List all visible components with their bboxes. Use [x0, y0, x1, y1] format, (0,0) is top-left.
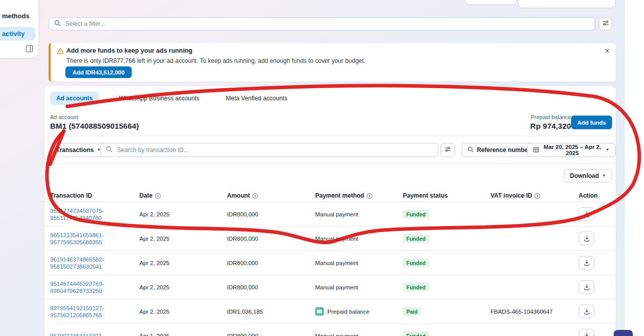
- global-filter-input[interactable]: [64, 20, 590, 28]
- transaction-id-link[interactable]: 9651213541659861-9577595305688355: [50, 232, 139, 246]
- transaction-filter-settings-button[interactable]: [440, 143, 455, 157]
- alert-body: There is only IDR877,766 left in your ad…: [66, 57, 365, 64]
- payment-method-cell: Manual payment: [315, 211, 403, 217]
- tab-ad-accounts[interactable]: Ad accounts: [50, 92, 99, 105]
- sliders-icon: [602, 19, 609, 28]
- table-header: Transaction ID Datei Amounti Payment met…: [45, 190, 616, 202]
- page-right-margin: [625, 0, 644, 336]
- transactions-dropdown-label: Transactions: [56, 146, 94, 154]
- low-funds-alert: Add more funds to keep your ads running …: [49, 43, 616, 82]
- close-icon[interactable]: ✕: [604, 47, 610, 55]
- sidebar: methods activity: [0, 0, 39, 58]
- download-invoice-button[interactable]: [579, 256, 594, 270]
- vat-cell: FBADS-465-104360647: [490, 309, 579, 315]
- ad-account-panel: Ad accounts WhatsApp Business accounts M…: [45, 86, 616, 336]
- date-cell: Apr 2, 2025: [139, 236, 227, 242]
- col-payment-method: Payment method: [315, 192, 364, 199]
- transactions-dropdown[interactable]: Transactions ▼: [50, 143, 107, 157]
- add-funds-button[interactable]: Add funds: [571, 116, 612, 129]
- date-cell: Apr 2, 2025: [139, 284, 227, 290]
- download-label: Download: [570, 172, 599, 179]
- date-cell: Apr 1, 2025: [139, 333, 227, 336]
- transaction-id-link[interactable]: 9551774734937075-9551177754940780: [50, 207, 139, 221]
- payment-method-cell: Manual payment: [315, 260, 403, 266]
- table-body: 9551774734937075-9551177754940780 Apr 2,…: [45, 202, 616, 336]
- info-icon[interactable]: i: [252, 193, 258, 199]
- col-amount: Amount: [227, 192, 250, 199]
- amount-cell: IDR800,000: [227, 211, 315, 217]
- table-row: 9551774734937075-9551177754940780 Apr 2,…: [45, 202, 616, 227]
- table-row: 9979554192159127-9575621205885765 Apr 2,…: [45, 300, 616, 324]
- download-invoice-button[interactable]: [579, 329, 594, 336]
- status-badge: Funded: [403, 283, 429, 291]
- transaction-id-link[interactable]: 9514574445323769-9980479628733250: [50, 280, 139, 294]
- amount-cell: IDR800,000: [227, 236, 315, 242]
- status-badge: Funded: [403, 331, 429, 336]
- download-invoice-button[interactable]: [579, 232, 594, 245]
- reference-number-button[interactable]: Reference number: [462, 143, 536, 157]
- divider: [45, 136, 616, 136]
- top-cutoff-button-2[interactable]: [518, 0, 616, 8]
- ad-account-name: BM1 (574088509015664): [50, 122, 139, 130]
- search-icon: [54, 19, 61, 28]
- col-date: Date: [139, 192, 153, 199]
- sidebar-item-payment-activity[interactable]: activity: [0, 27, 35, 41]
- transaction-search-wrap: [100, 143, 438, 157]
- reference-number-label: Reference number: [477, 146, 530, 154]
- info-icon[interactable]: i: [535, 193, 540, 199]
- download-invoice-button[interactable]: [579, 280, 594, 294]
- payment-method-cell: Manual payment: [315, 236, 403, 242]
- info-icon[interactable]: i: [367, 193, 372, 199]
- date-range-picker[interactable]: Mar 20, 2025 – Apr 2, 2025 ▼: [527, 143, 616, 157]
- chevron-down-icon: ▼: [602, 174, 606, 178]
- amount-cell: IDR800,000: [227, 333, 315, 336]
- date-cell: Apr 2, 2025: [139, 260, 227, 266]
- amount-cell: IDR1,036,185: [227, 309, 315, 315]
- top-cutoff-button-1[interactable]: [465, 0, 517, 5]
- col-payment-status: Payment status: [403, 192, 448, 199]
- prepaid-balance-value: Rp 974,320: [531, 122, 571, 130]
- status-badge: Paid: [403, 307, 421, 316]
- amount-cell: IDR800,000: [227, 260, 315, 266]
- amount-cell: IDR800,000: [227, 284, 315, 290]
- transaction-id-link[interactable]: 9570012453113307-: [50, 332, 139, 336]
- tab-meta-verified-accounts[interactable]: Meta Verified accounts: [220, 92, 293, 105]
- payment-method-cell: Prepaid balance: [327, 309, 369, 315]
- ad-account-label: Ad account: [50, 114, 78, 120]
- sliders-icon: [444, 145, 451, 155]
- sidebar-item-payment-methods[interactable]: methods: [0, 9, 39, 23]
- status-badge: Funded: [403, 234, 429, 243]
- transaction-search-input[interactable]: [116, 146, 433, 154]
- info-icon[interactable]: i: [155, 193, 161, 199]
- payment-method-cell: Manual payment: [315, 333, 403, 336]
- global-filter-input-wrap: [49, 17, 595, 30]
- chat-widget-button[interactable]: [614, 330, 633, 336]
- download-invoice-button[interactable]: [579, 305, 594, 318]
- tab-whatsapp-business-accounts[interactable]: WhatsApp Business accounts: [113, 92, 206, 105]
- chevron-down-icon: ▼: [605, 148, 610, 152]
- date-range-label: Mar 20, 2025 – Apr 2, 2025: [542, 144, 602, 156]
- col-transaction-id: Transaction ID: [50, 192, 92, 199]
- status-badge: Funded: [403, 258, 429, 267]
- sidebar-item-label: methods: [2, 12, 29, 20]
- add-funds-alert-button[interactable]: Add IDR43,512,000: [65, 66, 132, 78]
- download-button[interactable]: Download ▼: [564, 169, 612, 182]
- status-badge: Funded: [403, 210, 429, 218]
- col-action: Action: [579, 192, 597, 199]
- calendar-icon: [533, 146, 539, 154]
- prepaid-balance-label: Prepaid balance: [531, 114, 571, 120]
- transaction-id-link[interactable]: 9619146374866582-9581502738630941: [50, 256, 139, 270]
- filter-settings-button[interactable]: [599, 17, 612, 30]
- divider: [45, 163, 616, 164]
- date-cell: Apr 2, 2025: [139, 309, 227, 315]
- table-row: 9570012453113307- Apr 1, 2025 IDR800,000…: [45, 324, 616, 336]
- search-icon: [468, 146, 474, 154]
- download-invoice-button[interactable]: [579, 207, 594, 221]
- payment-method-cell: Manual payment: [315, 284, 403, 290]
- warning-icon: [57, 47, 64, 56]
- table-row: 9651213541659861-9577595305688355 Apr 2,…: [45, 227, 616, 251]
- transaction-id-link[interactable]: 9979554192159127-9575621205885765: [50, 305, 139, 319]
- sidebar-item-label: activity: [2, 30, 25, 38]
- search-icon: [106, 145, 112, 155]
- sidebar-collapse-icon[interactable]: [25, 45, 33, 53]
